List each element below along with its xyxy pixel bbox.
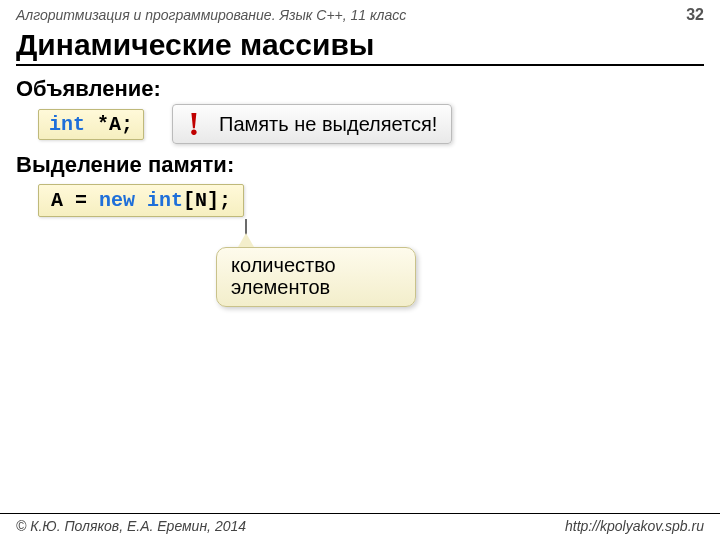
warning-box: ! Память не выделяется!: [172, 104, 452, 144]
keyword-int: int: [49, 113, 85, 136]
page-number: 32: [686, 6, 704, 24]
course-title: Алгоритмизация и программирование. Язык …: [16, 7, 406, 23]
code-declaration: int *A;: [38, 109, 144, 140]
keyword-int: int: [147, 189, 183, 212]
warning-text: Память не выделяется!: [215, 113, 437, 136]
code-allocation: A = new int[N];: [38, 184, 244, 217]
code-text: [135, 189, 147, 212]
code-text: A =: [51, 189, 99, 212]
code-text: [N];: [183, 189, 231, 212]
callout-tail: [238, 233, 254, 247]
footer-url: http://kpolyakov.spb.ru: [565, 518, 704, 534]
declaration-label: Объявление:: [16, 76, 704, 102]
slide-title: Динамические массивы: [0, 24, 720, 64]
code-text: *A;: [85, 113, 133, 136]
warning-icon: !: [173, 107, 215, 141]
allocation-label: Выделение памяти:: [16, 152, 704, 178]
callout-box: количество элементов: [216, 247, 416, 307]
keyword-new: new: [99, 189, 135, 212]
copyright: © К.Ю. Поляков, Е.А. Еремин, 2014: [16, 518, 246, 534]
